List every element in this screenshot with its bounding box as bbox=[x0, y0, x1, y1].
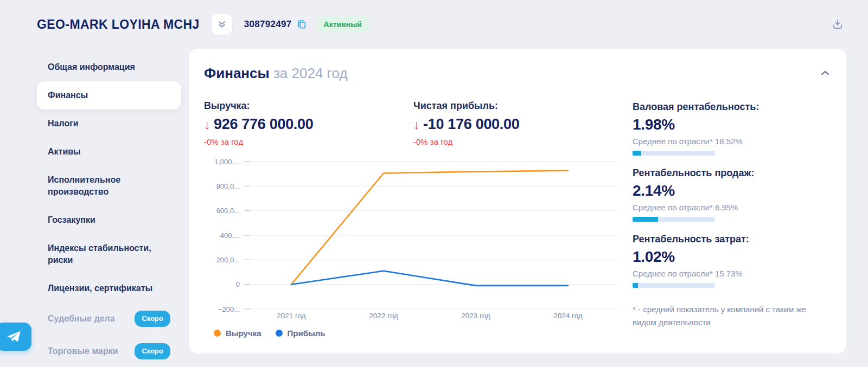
svg-text:2022 год: 2022 год bbox=[369, 312, 398, 320]
chevron-up-icon bbox=[819, 67, 831, 79]
copy-inn-button[interactable] bbox=[296, 19, 307, 30]
sidebar-item-procurement[interactable]: Госзакупки bbox=[37, 206, 181, 234]
legend-label: Выручка bbox=[226, 329, 261, 338]
section-title-period: за 2024 год bbox=[273, 65, 348, 81]
revenue-change: -0% за год bbox=[204, 137, 413, 146]
download-icon bbox=[831, 18, 844, 31]
sales-margin-label: Рентабельность продаж: bbox=[633, 168, 831, 179]
net-profit-label: Чистая прибыль: bbox=[413, 100, 623, 112]
chart-legend: ВыручкаПрибыль bbox=[204, 329, 623, 338]
sidebar-item-label: Налоги bbox=[48, 118, 79, 130]
gross-margin-industry-note: Среднее по отрасли* 18.52% bbox=[633, 137, 831, 146]
revenue-metric: Выручка: ↓ 926 776 000.00 -0% за год bbox=[204, 100, 413, 146]
sidebar-item-label: Финансы bbox=[48, 89, 88, 101]
sales-margin-industry-note: Среднее по отрасли* 6.95% bbox=[633, 203, 831, 212]
trend-down-icon: ↓ bbox=[204, 118, 210, 131]
telegram-plane-icon bbox=[5, 329, 22, 345]
revenue-value: 926 776 000.00 bbox=[214, 116, 313, 133]
sidebar-item-label: Индексы стабильности, риски bbox=[48, 242, 170, 266]
svg-text:0: 0 bbox=[236, 280, 240, 288]
svg-text:800,0...: 800,0... bbox=[216, 182, 240, 190]
collapse-section-button[interactable] bbox=[819, 67, 831, 79]
finance-line-chart: 1,000,...800,0...600,0...400,...200,0...… bbox=[204, 154, 623, 323]
cost-margin-block: Рентабельность затрат: 1.02% Среднее по … bbox=[633, 234, 831, 288]
sales-margin-value: 2.14% bbox=[633, 182, 831, 199]
svg-text:−200...: −200... bbox=[218, 305, 240, 313]
cost-margin-industry-note: Среднее по отрасли* 15.73% bbox=[633, 269, 831, 278]
sidebar: Общая информация Финансы Налоги Активы И… bbox=[37, 49, 181, 367]
gross-margin-block: Валовая рентабельность: 1.98% Среднее по… bbox=[633, 101, 831, 156]
revenue-label: Выручка: bbox=[204, 100, 413, 112]
profitability-panel: Валовая рентабельность: 1.98% Среднее по… bbox=[623, 100, 831, 338]
sidebar-item-label: Лицензии, сертификаты bbox=[48, 282, 152, 294]
sidebar-item-court-cases[interactable]: Судебные дела Скоро bbox=[37, 302, 181, 335]
soon-badge: Скоро bbox=[135, 343, 170, 359]
sidebar-item-enforcement[interactable]: Исполнительное производство bbox=[37, 166, 181, 206]
telegram-button[interactable] bbox=[0, 323, 31, 351]
chevron-double-down-icon bbox=[216, 19, 227, 30]
svg-text:200,0...: 200,0... bbox=[216, 256, 240, 264]
svg-text:1,000,...: 1,000,... bbox=[214, 158, 240, 166]
svg-text:2024 год: 2024 год bbox=[553, 312, 583, 320]
finance-card: Финансы за 2024 год Выручка: ↓ 926 776 0… bbox=[189, 49, 846, 353]
top-bar: GEO-MARK LOYIHA MCHJ 308792497 Активный bbox=[0, 0, 868, 49]
sidebar-item-assets[interactable]: Активы bbox=[37, 138, 181, 166]
net-profit-metric: Чистая прибыль: ↓ -10 176 000.00 -0% за … bbox=[413, 100, 623, 146]
expand-company-button[interactable] bbox=[212, 14, 232, 35]
sales-margin-block: Рентабельность продаж: 2.14% Среднее по … bbox=[633, 168, 831, 222]
sidebar-item-label: Общая информация bbox=[48, 61, 135, 73]
sidebar-item-taxes[interactable]: Налоги bbox=[37, 110, 181, 138]
soon-badge: Скоро bbox=[135, 311, 170, 327]
sidebar-item-general-info[interactable]: Общая информация bbox=[37, 53, 181, 81]
metrics-row: Выручка: ↓ 926 776 000.00 -0% за год Чис… bbox=[204, 100, 623, 146]
company-inn: 308792497 bbox=[244, 19, 292, 30]
sidebar-item-label: Госзакупки bbox=[48, 214, 95, 226]
section-title: Финансы за 2024 год bbox=[204, 65, 831, 82]
download-report-button[interactable] bbox=[831, 18, 844, 31]
section-title-main: Финансы bbox=[204, 65, 270, 81]
gross-margin-label: Валовая рентабельность: bbox=[633, 101, 831, 113]
legend-item[interactable]: Прибыль bbox=[276, 329, 326, 338]
sidebar-item-label: Активы bbox=[48, 146, 81, 158]
trend-down-icon: ↓ bbox=[413, 118, 420, 131]
sidebar-item-label: Торговые марки bbox=[48, 345, 118, 357]
sidebar-item-stability-indexes[interactable]: Индексы стабильности, риски bbox=[37, 234, 181, 274]
cost-margin-bar bbox=[633, 283, 715, 288]
cost-margin-value: 1.02% bbox=[633, 248, 831, 266]
legend-item[interactable]: Выручка bbox=[214, 329, 261, 338]
gross-margin-value: 1.98% bbox=[633, 116, 831, 133]
gross-margin-bar bbox=[633, 151, 715, 156]
sidebar-item-finance[interactable]: Финансы bbox=[37, 81, 181, 110]
svg-text:600,0...: 600,0... bbox=[216, 207, 240, 215]
status-badge: Активный bbox=[316, 16, 370, 33]
net-profit-value: -10 176 000.00 bbox=[423, 116, 519, 133]
svg-text:2023 год: 2023 год bbox=[461, 312, 490, 320]
legend-dot-icon bbox=[276, 330, 283, 337]
sidebar-item-label: Судебные дела bbox=[48, 313, 115, 325]
sidebar-item-licenses[interactable]: Лицензии, сертификаты bbox=[37, 274, 181, 302]
sales-margin-bar bbox=[633, 217, 715, 222]
cost-margin-label: Рентабельность затрат: bbox=[633, 234, 831, 245]
copy-icon bbox=[296, 19, 307, 30]
company-name: GEO-MARK LOYIHA MCHJ bbox=[37, 17, 200, 32]
net-profit-change: -0% за год bbox=[413, 137, 623, 146]
svg-text:400,...: 400,... bbox=[220, 231, 240, 240]
industry-average-footnote: * - средний показатель у компаний с таки… bbox=[633, 303, 831, 329]
legend-label: Прибыль bbox=[288, 329, 326, 338]
sidebar-item-trademarks[interactable]: Торговые марки Скоро bbox=[37, 335, 181, 367]
sidebar-item-label: Исполнительное производство bbox=[48, 174, 170, 198]
svg-text:2021 год: 2021 год bbox=[277, 312, 306, 320]
legend-dot-icon bbox=[214, 330, 221, 337]
